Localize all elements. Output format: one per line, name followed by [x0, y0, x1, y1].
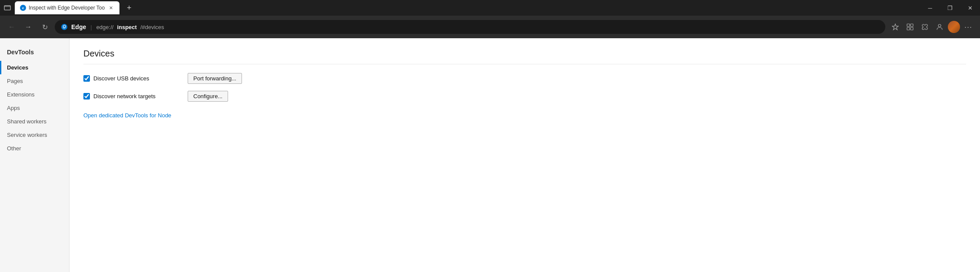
content-area: Devices Discover USB devices Port forwar…: [70, 38, 980, 272]
url-path: /#devices: [140, 24, 164, 30]
sidebar-label-devices: Devices: [7, 64, 28, 71]
profile-button[interactable]: [933, 20, 946, 33]
svg-point-2: [61, 24, 67, 30]
address-bar[interactable]: Edge | edge://inspect/#devices: [55, 20, 885, 34]
tab-favicon: e: [20, 5, 26, 11]
sidebar-label-other: Other: [7, 145, 21, 152]
tab-label: Inspect with Edge Developer Too: [29, 5, 105, 11]
sidebar-label-pages: Pages: [7, 78, 23, 84]
network-label: Discover network targets: [93, 93, 156, 100]
svg-point-7: [938, 24, 941, 27]
active-tab[interactable]: e Inspect with Edge Developer Too ✕: [15, 1, 119, 14]
svg-rect-5: [907, 27, 910, 30]
sidebar-item-apps[interactable]: Apps: [0, 101, 69, 115]
edge-logo-icon: [61, 23, 68, 30]
sidebar-item-devices[interactable]: Devices: [0, 61, 69, 74]
sidebar-label-service-workers: Service workers: [7, 132, 47, 138]
sidebar-item-extensions[interactable]: Extensions: [0, 88, 69, 101]
svg-rect-4: [910, 24, 913, 27]
configure-button[interactable]: Configure...: [188, 91, 228, 102]
main-area: DevTools Devices Pages Extensions Apps S…: [0, 38, 980, 272]
url-scheme: edge://: [96, 24, 114, 30]
usb-label: Discover USB devices: [93, 75, 149, 82]
addressbar: ← → ↻ Edge | edge://inspect/#devices: [0, 16, 980, 38]
refresh-button[interactable]: ↻: [38, 20, 51, 33]
minimize-button[interactable]: ─: [920, 0, 940, 16]
devtools-title: DevTools: [0, 45, 69, 61]
url-host: inspect: [117, 24, 137, 30]
page-title: Devices: [83, 49, 966, 64]
avatar-image: [948, 21, 960, 33]
new-tab-button[interactable]: +: [123, 2, 135, 14]
toolbar-icons: ···: [889, 20, 975, 33]
usb-row: Discover USB devices Port forwarding...: [83, 73, 966, 84]
sidebar-label-extensions: Extensions: [7, 91, 35, 98]
usb-checkbox-label[interactable]: Discover USB devices: [83, 75, 179, 82]
sidebar-label-shared-workers: Shared workers: [7, 118, 46, 125]
sidebar-label-apps: Apps: [7, 105, 20, 111]
network-checkbox-label[interactable]: Discover network targets: [83, 93, 179, 100]
back-button[interactable]: ←: [5, 20, 18, 33]
network-row: Discover network targets Configure...: [83, 91, 966, 102]
devtools-node-link[interactable]: Open dedicated DevTools for Node: [83, 112, 171, 119]
collections-icon[interactable]: [904, 20, 917, 33]
titlebar-left: e Inspect with Edge Developer Too ✕ +: [3, 1, 135, 14]
port-forwarding-button[interactable]: Port forwarding...: [188, 73, 242, 84]
sidebar-item-shared-workers[interactable]: Shared workers: [0, 115, 69, 128]
svg-rect-1: [4, 6, 10, 7]
sidebar-item-other[interactable]: Other: [0, 142, 69, 155]
favorites-icon[interactable]: [889, 20, 902, 33]
svg-rect-6: [910, 27, 913, 30]
forward-button[interactable]: →: [22, 20, 35, 33]
address-brand: Edge: [71, 23, 86, 30]
extensions-icon[interactable]: [918, 20, 931, 33]
address-separator: |: [90, 24, 92, 30]
maximize-button[interactable]: ❐: [940, 0, 960, 16]
sidebar: DevTools Devices Pages Extensions Apps S…: [0, 38, 70, 272]
sidebar-item-pages[interactable]: Pages: [0, 74, 69, 88]
window-icon: [3, 4, 11, 12]
sidebar-item-service-workers[interactable]: Service workers: [0, 128, 69, 142]
close-button[interactable]: ✕: [960, 0, 980, 16]
tab-close-button[interactable]: ✕: [107, 4, 114, 11]
user-avatar[interactable]: [948, 21, 960, 33]
titlebar: e Inspect with Edge Developer Too ✕ + ─ …: [0, 0, 980, 16]
network-checkbox[interactable]: [83, 93, 90, 100]
menu-button[interactable]: ···: [962, 20, 975, 33]
window-controls: ─ ❐ ✕: [920, 0, 980, 16]
usb-checkbox[interactable]: [83, 75, 90, 82]
svg-rect-3: [907, 24, 910, 27]
